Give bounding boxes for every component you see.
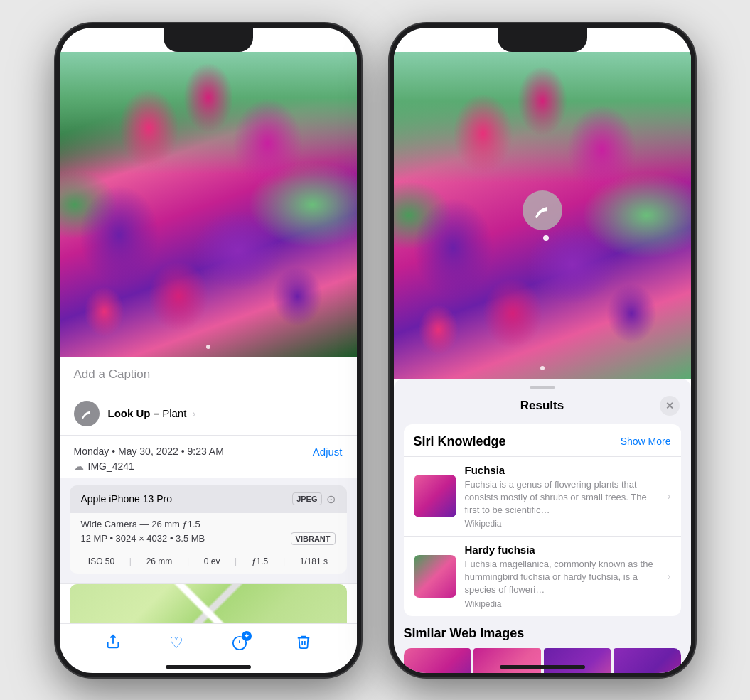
siri-lookup-button[interactable] <box>523 190 562 230</box>
fuchsia-source: Wikipedia <box>465 519 659 529</box>
similar-image-2[interactable] <box>473 648 541 673</box>
phone-2-screen: Results ✕ Siri Knowledge Show More <box>394 28 691 673</box>
specs-text: 12 MP • 3024 × 4032 • 3.5 MB <box>81 533 205 544</box>
similar-title: Similar Web Images <box>404 626 681 641</box>
similar-image-3[interactable] <box>544 648 611 673</box>
favorite-button[interactable]: ♡ <box>169 634 183 652</box>
page-indicator <box>206 345 210 349</box>
shutter-value: 1/181 s <box>300 556 328 566</box>
fuchsia-desc: Fuchsia is a genus of flowering plants t… <box>465 478 659 517</box>
results-panel: Results ✕ Siri Knowledge Show More <box>394 379 691 673</box>
fuchsia-chevron: › <box>668 490 671 502</box>
look-up-text: Look Up – Plant › <box>108 407 196 419</box>
home-indicator <box>166 665 251 669</box>
notch <box>164 28 253 52</box>
iso-value: ISO 50 <box>88 556 114 566</box>
similar-image-4[interactable] <box>614 648 681 673</box>
similar-images-row <box>404 648 681 673</box>
focal-value: 26 mm <box>146 556 173 566</box>
vibrant-badge: VIBRANT <box>291 532 336 545</box>
filename-text: IMG_4241 <box>88 461 134 472</box>
camera-details: Wide Camera — 26 mm ƒ1.5 12 MP • 3024 × … <box>70 513 347 551</box>
fuchsia-name: Fuchsia <box>465 464 659 476</box>
bottom-toolbar: ♡ ✦ <box>60 623 357 659</box>
hardy-chevron: › <box>668 571 671 582</box>
date-section: Monday • May 30, 2022 • 9:23 AM Adjust ☁… <box>60 436 357 478</box>
leaf-icon-2 <box>532 200 553 221</box>
phone-1: Add a Caption Look Up – Plant › <box>55 23 361 677</box>
leaf-icon <box>80 406 94 421</box>
camera-wide: Wide Camera — 26 mm ƒ1.5 <box>81 519 336 529</box>
page-indicator-2 <box>540 366 545 370</box>
similar-image-1[interactable] <box>404 648 471 673</box>
home-indicator-2 <box>500 665 585 669</box>
drag-handle <box>530 386 555 389</box>
camera-badges: JPEG ⊙ <box>292 492 335 506</box>
delete-button[interactable] <box>296 634 311 653</box>
results-title: Results <box>520 399 564 413</box>
results-close-button[interactable]: ✕ <box>660 396 680 416</box>
camera-section: Apple iPhone 13 Pro JPEG ⊙ Wide Camera —… <box>60 478 357 584</box>
hardy-desc: Fuchsia magellanica, commonly known as t… <box>465 558 659 597</box>
knowledge-header: Siri Knowledge Show More <box>404 424 681 456</box>
siri-knowledge-title: Siri Knowledge <box>414 434 506 449</box>
exif-row: ISO 50 | 26 mm | 0 ev | ƒ1.5 | 1/181 s <box>70 551 347 574</box>
look-up-row[interactable]: Look Up – Plant › <box>60 392 357 436</box>
caption-area[interactable]: Add a Caption <box>60 357 357 392</box>
phone-1-screen: Add a Caption Look Up – Plant › <box>60 28 357 673</box>
camera-specs: 12 MP • 3024 × 4032 • 3.5 MB VIBRANT <box>81 532 336 545</box>
date-text: Monday • May 30, 2022 • 9:23 AM <box>74 446 224 457</box>
hardy-source: Wikipedia <box>465 599 659 609</box>
look-up-chevron: › <box>193 408 196 419</box>
knowledge-item-fuchsia[interactable]: Fuchsia Fuchsia is a genus of flowering … <box>404 456 681 537</box>
jpeg-badge: JPEG <box>292 492 321 505</box>
phone-2: Results ✕ Siri Knowledge Show More <box>390 23 695 677</box>
camera-model: Apple iPhone 13 Pro <box>81 493 172 505</box>
notch-2 <box>498 28 587 52</box>
ev-value: 0 ev <box>204 556 220 566</box>
fuchsia-content: Fuchsia Fuchsia is a genus of flowering … <box>465 464 659 529</box>
results-header: Results ✕ <box>394 393 691 424</box>
fuchsia-thumbnail <box>414 475 456 517</box>
caption-placeholder: Add a Caption <box>74 367 151 381</box>
flower-photo-2 <box>394 52 691 379</box>
show-more-button[interactable]: Show More <box>621 436 671 447</box>
location-icon: ⊙ <box>326 492 336 506</box>
share-button[interactable] <box>105 634 121 653</box>
hardy-name: Hardy fuchsia <box>465 544 659 556</box>
siri-knowledge-section: Siri Knowledge Show More Fuchsia Fuchsia… <box>404 424 681 616</box>
hardy-content: Hardy fuchsia Fuchsia magellanica, commo… <box>465 544 659 609</box>
siri-dot <box>543 235 549 241</box>
knowledge-item-hardy[interactable]: Hardy fuchsia Fuchsia magellanica, commo… <box>404 536 681 616</box>
info-badge: ✦ <box>242 631 252 641</box>
look-up-icon <box>74 401 100 426</box>
adjust-button[interactable]: Adjust <box>313 446 343 458</box>
aperture-value: ƒ1.5 <box>252 556 268 566</box>
camera-header: Apple iPhone 13 Pro JPEG ⊙ <box>70 485 347 513</box>
info-button[interactable]: ✦ <box>232 635 247 651</box>
cloud-icon: ☁ <box>74 461 84 472</box>
hardy-thumbnail <box>414 555 456 598</box>
flower-photo <box>60 52 357 357</box>
